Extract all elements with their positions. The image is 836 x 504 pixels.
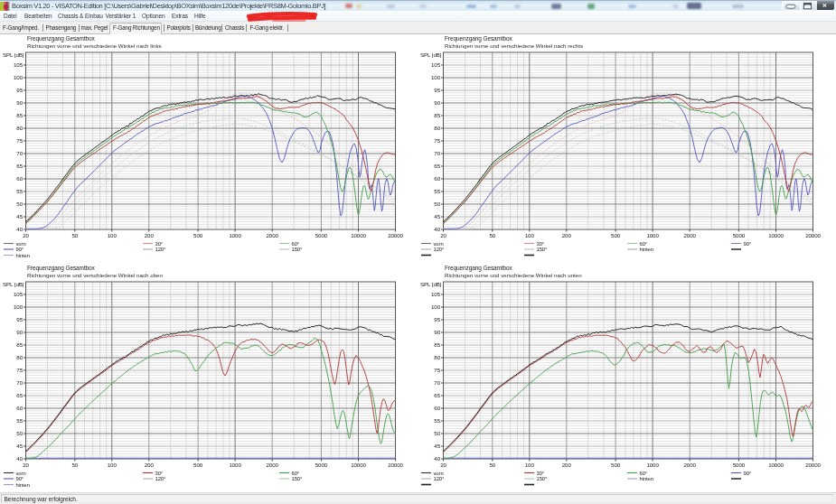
svg-text:SPL [dB]: SPL [dB]: [3, 51, 24, 58]
svg-text:75: 75: [16, 137, 23, 144]
svg-text:90: 90: [16, 329, 23, 335]
svg-text:2000: 2000: [684, 462, 697, 468]
svg-text:Richtungen vorne und verschied: Richtungen vorne und verschiedene Winkel…: [445, 272, 582, 278]
svg-text:20000: 20000: [805, 462, 821, 468]
svg-text:20000: 20000: [805, 232, 821, 238]
svg-text:50: 50: [434, 201, 440, 207]
svg-text:55: 55: [434, 417, 440, 424]
svg-text:65: 65: [434, 163, 440, 169]
svg-text:200: 200: [145, 462, 155, 468]
svg-text:50: 50: [489, 462, 495, 468]
svg-text:80: 80: [434, 354, 440, 360]
svg-text:60°: 60°: [292, 241, 300, 247]
svg-text:SPL [dB]: SPL [dB]: [3, 281, 24, 287]
svg-text:Richtungen vorne und verschied: Richtungen vorne und verschiedene Winkel…: [27, 42, 162, 49]
svg-text:105: 105: [431, 291, 441, 297]
svg-text:55: 55: [16, 417, 23, 424]
svg-text:95: 95: [16, 87, 23, 93]
svg-text:150°: 150°: [292, 476, 303, 481]
svg-text:60°: 60°: [640, 471, 648, 476]
svg-text:20: 20: [440, 232, 446, 238]
svg-text:50: 50: [71, 462, 78, 468]
svg-text:2000: 2000: [267, 462, 279, 468]
svg-text:5000: 5000: [733, 232, 746, 238]
svg-text:200: 200: [562, 462, 572, 468]
svg-text:65: 65: [434, 392, 440, 398]
svg-text:100: 100: [14, 303, 23, 310]
svg-text:150°: 150°: [537, 476, 548, 481]
svg-text:20: 20: [440, 462, 446, 468]
svg-text:20: 20: [23, 462, 29, 468]
svg-text:50: 50: [489, 232, 495, 238]
svg-text:2000: 2000: [684, 232, 697, 238]
svg-text:60: 60: [434, 405, 440, 411]
svg-text:vorn: vorn: [16, 241, 26, 247]
svg-text:60: 60: [16, 175, 23, 182]
svg-text:95: 95: [16, 316, 23, 322]
svg-text:105: 105: [14, 61, 23, 68]
svg-text:100: 100: [108, 232, 117, 238]
svg-text:60°: 60°: [640, 241, 648, 247]
svg-text:Richtungen vorne und verschied: Richtungen vorne und verschiedene Winkel…: [27, 272, 164, 278]
svg-text:100: 100: [525, 232, 535, 238]
svg-text:105: 105: [431, 61, 441, 68]
svg-text:200: 200: [562, 232, 572, 238]
svg-text:20000: 20000: [388, 462, 403, 468]
svg-text:60: 60: [16, 405, 23, 411]
svg-text:55: 55: [16, 188, 23, 194]
svg-text:95: 95: [434, 316, 440, 322]
svg-text:50: 50: [16, 201, 23, 207]
svg-text:1000: 1000: [646, 232, 659, 238]
svg-text:120°: 120°: [434, 247, 445, 252]
svg-text:500: 500: [611, 462, 621, 468]
svg-text:85: 85: [16, 112, 23, 118]
svg-text:1000: 1000: [646, 462, 659, 468]
svg-text:100: 100: [108, 462, 117, 468]
svg-text:55: 55: [434, 188, 440, 194]
svg-text:80: 80: [16, 125, 23, 131]
svg-text:10000: 10000: [351, 462, 366, 468]
svg-text:105: 105: [14, 291, 23, 297]
svg-text:85: 85: [434, 341, 440, 348]
svg-text:75: 75: [16, 367, 23, 373]
svg-text:5000: 5000: [315, 232, 328, 238]
svg-text:45: 45: [434, 213, 440, 219]
svg-text:30°: 30°: [537, 241, 545, 247]
svg-text:80: 80: [434, 125, 440, 131]
svg-text:30°: 30°: [537, 471, 545, 476]
svg-text:50: 50: [434, 430, 440, 436]
svg-text:10000: 10000: [351, 232, 366, 238]
svg-text:90°: 90°: [744, 241, 752, 247]
svg-text:50: 50: [71, 232, 78, 238]
svg-text:90: 90: [434, 99, 440, 106]
svg-text:2000: 2000: [267, 232, 279, 238]
svg-text:hinten: hinten: [16, 253, 30, 258]
svg-text:95: 95: [434, 87, 440, 93]
svg-text:70: 70: [434, 379, 440, 386]
svg-text:SPL [dB]: SPL [dB]: [420, 51, 442, 58]
svg-text:100: 100: [525, 462, 535, 468]
svg-text:100: 100: [431, 74, 441, 80]
svg-text:30°: 30°: [155, 471, 164, 476]
svg-text:5000: 5000: [733, 462, 746, 468]
svg-text:150°: 150°: [537, 247, 548, 252]
svg-text:vorn: vorn: [16, 471, 26, 476]
svg-text:90: 90: [16, 99, 23, 106]
svg-text:500: 500: [193, 462, 203, 468]
svg-text:120°: 120°: [155, 247, 166, 252]
svg-text:70: 70: [16, 379, 23, 386]
svg-text:hinten: hinten: [640, 247, 653, 252]
svg-text:150°: 150°: [292, 247, 303, 252]
svg-text:1000: 1000: [229, 232, 241, 238]
svg-text:1000: 1000: [229, 462, 241, 468]
svg-text:70: 70: [434, 150, 440, 156]
svg-text:30°: 30°: [155, 241, 164, 247]
svg-text:100: 100: [14, 74, 23, 80]
svg-text:45: 45: [16, 213, 23, 219]
svg-text:10000: 10000: [768, 462, 784, 468]
svg-text:500: 500: [611, 232, 621, 238]
svg-text:20: 20: [23, 232, 29, 238]
svg-text:75: 75: [434, 137, 440, 144]
svg-text:65: 65: [16, 392, 23, 398]
svg-text:75: 75: [434, 367, 440, 373]
